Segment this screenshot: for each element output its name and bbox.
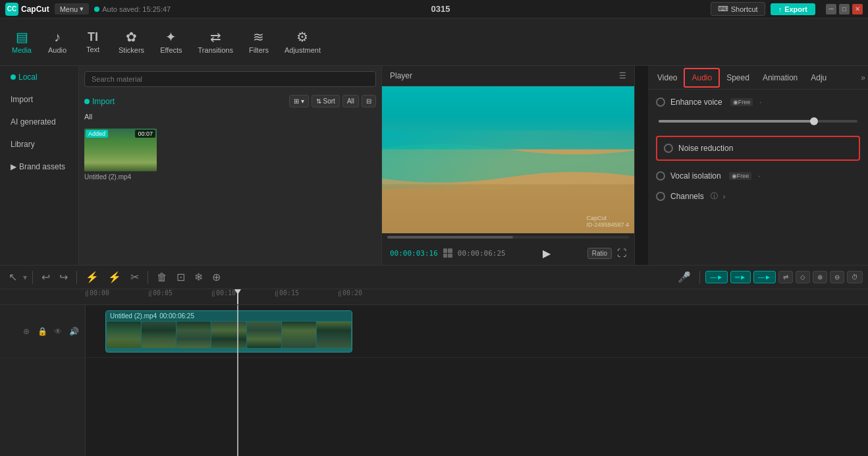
vocal-info-icon[interactable]: · (758, 172, 760, 180)
channels-info-icon[interactable]: ⓘ (711, 191, 718, 201)
tab-adju[interactable]: Adju (804, 69, 833, 86)
enhance-voice-radio[interactable] (656, 98, 665, 107)
track-audio-button[interactable]: 🔊 (68, 326, 80, 337)
tab-animation[interactable]: Animation (756, 69, 804, 86)
transitions-label: Transitions (198, 46, 233, 54)
sidebar-item-import[interactable]: Import (3, 90, 76, 109)
media-label: Media (12, 46, 32, 54)
clip-tool-1[interactable]: —► (705, 271, 728, 283)
track-add-button[interactable]: ⊕ (20, 326, 32, 337)
thumb-duration: 00:07 (135, 130, 155, 138)
minimize-button[interactable]: ─ (826, 4, 836, 14)
zoom-in-button[interactable]: ⊕ (813, 271, 827, 283)
slider-thumb[interactable] (810, 117, 818, 125)
clip-tool-3[interactable]: —► (753, 271, 776, 283)
current-timecode: 0315 (176, 4, 705, 14)
pointer-tool-button[interactable]: ↖ (5, 269, 20, 285)
tab-video[interactable]: Video (651, 69, 684, 86)
player-menu-icon[interactable]: ☰ (619, 71, 626, 80)
stickers-icon: ✿ (126, 30, 137, 43)
tool-effects[interactable]: ✦ Effects (153, 26, 188, 58)
ruler-mark-3: |00:15 (275, 289, 299, 297)
clip-frame-3 (176, 322, 211, 348)
timer-button[interactable]: ⏱ (847, 271, 863, 283)
stickers-label: Stickers (119, 46, 144, 54)
sidebar-item-local[interactable]: Local (3, 67, 76, 87)
sidebar-item-library[interactable]: Library (3, 134, 76, 154)
filter-button[interactable]: ⊟ (362, 95, 376, 107)
split-button[interactable]: ⚡ (82, 269, 102, 285)
trim-button[interactable]: ✂ (127, 269, 142, 285)
track-lock-button[interactable]: 🔒 (36, 326, 48, 337)
sidebar-ai-label: AI generated (11, 117, 56, 127)
freeze-button[interactable]: ❄ (191, 269, 206, 285)
tool-adjustment[interactable]: ⚙ Adjustment (278, 26, 327, 58)
close-button[interactable]: ✕ (852, 4, 863, 14)
undo-button[interactable]: ↩ (38, 269, 53, 285)
mic-button[interactable]: 🎤 (674, 269, 694, 285)
grid-view-button[interactable]: ⊞ ▾ (289, 95, 309, 107)
track-labels: ⊕ 🔒 👁 🔊 (0, 305, 86, 456)
noise-reduction-section: Noise reduction (656, 136, 860, 161)
clip-tool-2[interactable]: ═► (730, 271, 751, 283)
search-input[interactable] (84, 71, 376, 87)
menu-button[interactable]: Menu ▾ (55, 3, 90, 14)
timeline-content: ⊕ 🔒 👁 🔊 ✏ Untitled (2).mp4 00:00:06:25 (0, 305, 868, 456)
time-current: 00:00:03:16 (390, 249, 438, 258)
timeline-ruler: |00:00 |00:05 |00:10 |00:15 |00:20 (0, 289, 868, 305)
sidebar-item-brand[interactable]: ▶ Brand assets (3, 157, 76, 177)
ratio-button[interactable]: Ratio (587, 248, 612, 259)
transitions-icon: ⇄ (210, 30, 221, 43)
keyframe-button[interactable]: ◇ (796, 271, 810, 283)
redo-button[interactable]: ↪ (56, 269, 71, 285)
vocal-isolation-label: Vocal isolation (670, 171, 721, 181)
vocal-isolation-radio[interactable] (656, 171, 665, 181)
split-at-button[interactable]: ⇌ (778, 271, 793, 283)
deselect-button[interactable]: ⊡ (173, 269, 188, 285)
effects-label: Effects (160, 46, 182, 54)
channels-radio[interactable] (656, 192, 665, 201)
channels-expand-icon[interactable]: › (723, 192, 726, 200)
tab-speed[interactable]: Speed (720, 69, 756, 86)
enhance-info-icon[interactable]: · (759, 98, 761, 106)
player-viewport: CapCut ID-249584587 4 (382, 86, 634, 233)
import-button[interactable]: Import (84, 97, 115, 106)
clip-frame-6 (282, 322, 316, 348)
export-button[interactable]: ↑ Export (771, 3, 815, 15)
more-tabs-icon[interactable]: » (861, 73, 865, 82)
sidebar-item-ai[interactable]: AI generated (3, 112, 76, 132)
noise-reduction-radio[interactable] (664, 144, 673, 153)
play-button[interactable]: ▶ (539, 245, 555, 261)
vocal-free-badge: ◉Free (729, 172, 752, 180)
tab-audio[interactable]: Audio (684, 68, 720, 88)
enhance-slider-row (656, 117, 860, 125)
crop-button[interactable]: ⊕ (209, 269, 224, 285)
video-clip[interactable]: Untitled (2).mp4 00:00:06:25 (105, 310, 352, 353)
panel-actions: Import ⊞ ▾ ⇅ Sort All ⊟ (79, 92, 381, 110)
tool-stickers[interactable]: ✿ Stickers (112, 26, 151, 58)
pointer-dropdown[interactable]: ▾ (23, 273, 27, 282)
split2-button[interactable]: ⚡ (105, 269, 124, 285)
delete-button[interactable]: 🗑 (153, 270, 171, 285)
all-filter-button[interactable]: All (342, 95, 359, 107)
maximize-button[interactable]: □ (839, 4, 850, 14)
shortcut-button[interactable]: ⌨ Shortcut (711, 2, 765, 16)
enhance-voice-slider[interactable] (659, 120, 857, 123)
media-item[interactable]: Added 00:07 Untitled (2).mp4 (84, 128, 157, 181)
sidebar-library-label: Library (11, 140, 35, 149)
tool-text[interactable]: TI Text (76, 27, 109, 57)
progress-bar[interactable] (387, 236, 629, 239)
active-dot (11, 74, 16, 80)
sort-button[interactable]: ⇅ Sort (312, 95, 340, 107)
time-total: 00:00:06:25 (458, 249, 506, 258)
track-visible-button[interactable]: 👁 (52, 326, 64, 337)
autosave-indicator: Auto saved: 15:25:47 (94, 5, 171, 13)
ruler-playhead (237, 289, 238, 304)
tool-audio[interactable]: ♪ Audio (41, 26, 74, 58)
tool-media[interactable]: ▤ Media (5, 26, 38, 58)
tool-filters[interactable]: ≋ Filters (242, 26, 275, 58)
zoom-out-button[interactable]: ⊖ (830, 271, 844, 283)
tool-transitions[interactable]: ⇄ Transitions (192, 26, 240, 58)
audio-label: Audio (48, 46, 67, 54)
fullscreen-button[interactable]: ⛶ (617, 248, 626, 258)
